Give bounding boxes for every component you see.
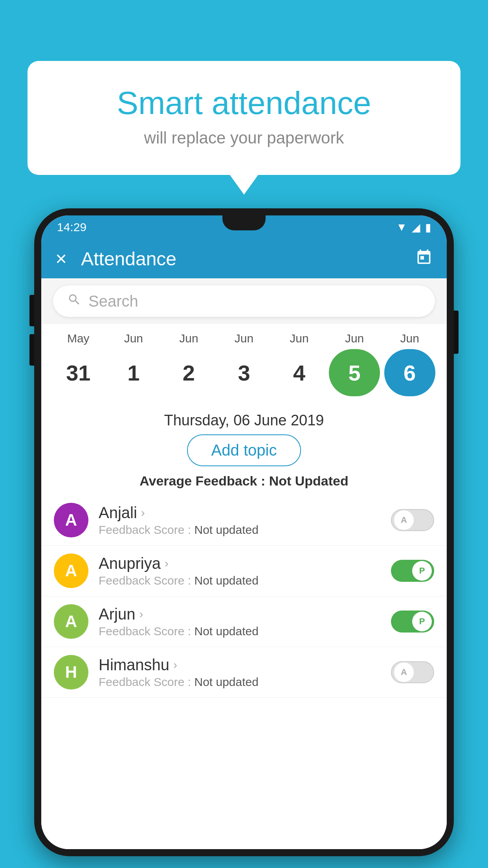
calendar-days: 31 1 2 3 4 5 6 (51, 349, 437, 396)
power-button (454, 311, 459, 354)
phone-screen: 14:29 ▼ ◢ ▮ × Attendance (41, 215, 447, 849)
signal-icon: ◢ (412, 221, 420, 234)
month-2: Jun (163, 332, 214, 345)
calendar-day-3[interactable]: 3 (218, 349, 270, 396)
content-area: Thursday, 06 June 2019 Add topic Average… (41, 403, 447, 849)
speech-bubble-title: Smart attendance (59, 85, 429, 121)
volume-down-button (29, 334, 34, 366)
month-4: Jun (274, 332, 325, 345)
month-6: Jun (384, 332, 435, 345)
month-5: Jun (329, 332, 380, 345)
app-bar: × Attendance (41, 239, 447, 278)
chevron-icon-arjun: › (139, 607, 143, 621)
selected-date: Thursday, 06 June 2019 (41, 403, 447, 434)
student-feedback-anjali: Feedback Score : Not updated (99, 523, 381, 537)
student-feedback-himanshu: Feedback Score : Not updated (99, 675, 381, 689)
battery-icon: ▮ (425, 221, 431, 234)
toggle-knob-anjali: A (394, 510, 414, 530)
search-input[interactable]: Search (88, 292, 138, 310)
chevron-icon-himanshu: › (173, 658, 177, 671)
add-topic-button[interactable]: Add topic (187, 434, 301, 466)
attendance-toggle-anjali[interactable]: A (391, 509, 434, 531)
attendance-toggle-anupriya[interactable]: P (391, 560, 434, 582)
student-list: A Anjali › Feedback Score : Not updated (41, 495, 447, 849)
calendar-day-5[interactable]: 5 (329, 349, 380, 396)
speech-bubble-subtitle: will replace your paperwork (59, 129, 429, 147)
avg-feedback-value: Not Updated (269, 473, 349, 488)
speech-bubble: Smart attendance will replace your paper… (28, 61, 460, 175)
student-feedback-arjun: Feedback Score : Not updated (99, 625, 381, 638)
calendar-months: May Jun Jun Jun Jun Jun Jun (51, 332, 437, 345)
speech-bubble-pointer (230, 175, 258, 195)
search-icon (67, 292, 81, 310)
month-0: May (53, 332, 104, 345)
toggle-knob-anupriya: P (412, 561, 432, 581)
student-item-arjun[interactable]: A Arjun › Feedback Score : Not updated (41, 596, 447, 647)
student-item-anupriya[interactable]: A Anupriya › Feedback Score : Not update… (41, 546, 447, 596)
avg-feedback-label: Average Feedback : (139, 473, 265, 488)
calendar-icon[interactable] (415, 248, 433, 269)
student-item-himanshu[interactable]: H Himanshu › Feedback Score : Not update… (41, 647, 447, 698)
calendar-strip: May Jun Jun Jun Jun Jun Jun 31 1 2 3 4 5… (41, 324, 447, 403)
calendar-day-4[interactable]: 4 (274, 349, 325, 396)
student-avatar-anupriya: A (54, 554, 88, 588)
month-1: Jun (108, 332, 159, 345)
attendance-toggle-arjun[interactable]: P (391, 611, 434, 633)
student-info-anjali: Anjali › Feedback Score : Not updated (99, 504, 381, 537)
student-name-arjun: Arjun › (99, 605, 381, 623)
toggle-knob-arjun: P (412, 612, 432, 631)
calendar-day-31[interactable]: 31 (53, 349, 104, 396)
student-name-anjali: Anjali › (99, 504, 381, 522)
speech-bubble-section: Smart attendance will replace your paper… (28, 61, 460, 195)
phone-outer: 14:29 ▼ ◢ ▮ × Attendance (34, 208, 454, 856)
status-icons: ▼ ◢ ▮ (396, 221, 431, 234)
chevron-icon-anjali: › (141, 506, 145, 519)
student-avatar-himanshu: H (54, 655, 88, 690)
student-info-arjun: Arjun › Feedback Score : Not updated (99, 605, 381, 638)
student-info-anupriya: Anupriya › Feedback Score : Not updated (99, 555, 381, 587)
phone-notch (222, 215, 266, 230)
search-bar-container: Search (41, 278, 447, 324)
calendar-day-6[interactable]: 6 (384, 349, 435, 396)
student-avatar-anjali: A (54, 503, 88, 537)
volume-up-button (29, 295, 34, 326)
calendar-day-1[interactable]: 1 (108, 349, 159, 396)
student-avatar-arjun: A (54, 604, 88, 639)
student-name-himanshu: Himanshu › (99, 656, 381, 674)
student-feedback-anupriya: Feedback Score : Not updated (99, 574, 381, 587)
search-bar[interactable]: Search (53, 285, 435, 317)
wifi-icon: ▼ (396, 221, 407, 234)
student-info-himanshu: Himanshu › Feedback Score : Not updated (99, 656, 381, 689)
student-name-anupriya: Anupriya › (99, 555, 381, 572)
student-item-anjali[interactable]: A Anjali › Feedback Score : Not updated (41, 495, 447, 546)
status-time: 14:29 (57, 221, 86, 234)
attendance-toggle-himanshu[interactable]: A (391, 661, 434, 683)
month-3: Jun (218, 332, 270, 345)
close-button[interactable]: × (55, 247, 67, 270)
avg-feedback: Average Feedback : Not Updated (41, 473, 447, 489)
toggle-knob-himanshu: A (394, 662, 414, 682)
calendar-day-2[interactable]: 2 (163, 349, 214, 396)
chevron-icon-anupriya: › (165, 557, 169, 570)
phone-mockup: 14:29 ▼ ◢ ▮ × Attendance (34, 208, 454, 856)
app-bar-title: Attendance (81, 248, 415, 270)
